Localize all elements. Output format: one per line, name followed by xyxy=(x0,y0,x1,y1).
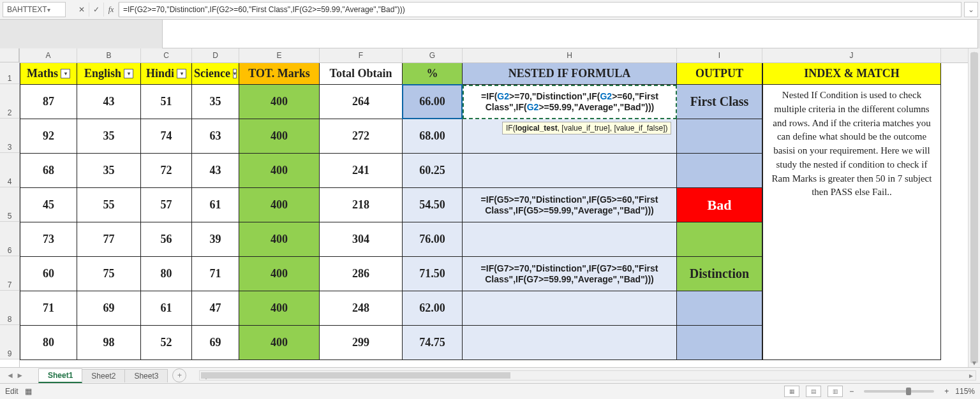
cell-G2[interactable]: 66.00 xyxy=(403,85,463,119)
vertical-scrollbar[interactable]: ▲ ▼ xyxy=(968,48,980,367)
cell-B5[interactable]: 55 xyxy=(77,188,141,222)
row-header-2[interactable]: 2 xyxy=(0,84,19,119)
page-break-view-button[interactable]: ▥ xyxy=(828,386,843,397)
confirm-edit-button[interactable]: ✓ xyxy=(89,3,104,17)
cell-B4[interactable]: 35 xyxy=(77,154,141,188)
cell-A8[interactable]: 71 xyxy=(20,291,77,326)
sheet-tab-3[interactable]: Sheet3 xyxy=(124,369,168,382)
expand-formula-bar-button[interactable]: ⌄ xyxy=(964,2,978,17)
cell-B8[interactable]: 69 xyxy=(77,291,141,326)
cell-E5[interactable]: 400 xyxy=(239,188,320,222)
col-header-C[interactable]: C xyxy=(141,48,192,62)
scrollbar-thumb[interactable] xyxy=(970,52,978,363)
col-header-J[interactable]: J xyxy=(762,48,941,62)
name-box[interactable]: BAHTTEXT ▾ xyxy=(3,2,66,17)
cell-B6[interactable]: 77 xyxy=(77,222,141,257)
col-header-G[interactable]: G xyxy=(403,48,463,62)
cell-A6[interactable]: 73 xyxy=(20,222,77,257)
filter-icon[interactable]: ▾ xyxy=(61,69,70,78)
add-sheet-button[interactable]: + xyxy=(172,368,186,382)
sheet-tab-1[interactable]: Sheet1 xyxy=(38,368,82,383)
cell-H6[interactable] xyxy=(463,222,677,257)
hdr-percent[interactable]: % xyxy=(403,63,463,85)
row-header-5[interactable]: 5 xyxy=(0,187,19,222)
formula-input[interactable]: =IF(G2>=70,"Distinction",IF(G2>=60,"Firs… xyxy=(119,2,961,17)
cell-G4[interactable]: 60.25 xyxy=(403,154,463,188)
hdr-output[interactable]: OUTPUT xyxy=(677,63,762,85)
cell-F2[interactable]: 264 xyxy=(320,85,403,119)
hdr-totmarks[interactable]: TOT. Marks xyxy=(239,63,320,85)
insert-function-button[interactable]: fx xyxy=(104,3,119,17)
cell-D2[interactable]: 35 xyxy=(192,85,239,119)
hdr-hindi[interactable]: Hindi▾ xyxy=(141,63,192,85)
cell-E6[interactable]: 400 xyxy=(239,222,320,257)
cell-A9[interactable]: 80 xyxy=(20,326,77,360)
col-header-B[interactable]: B xyxy=(77,48,141,62)
cell-C3[interactable]: 74 xyxy=(141,119,192,154)
cell-D9[interactable]: 69 xyxy=(192,326,239,360)
cell-E7[interactable]: 400 xyxy=(239,257,320,291)
cell-G8[interactable]: 62.00 xyxy=(403,291,463,326)
cancel-edit-button[interactable]: ✕ xyxy=(75,3,89,17)
row-header-3[interactable]: 3 xyxy=(0,119,19,153)
cell-G7[interactable]: 71.50 xyxy=(403,257,463,291)
zoom-slider-knob[interactable] xyxy=(906,388,911,395)
cell-I4[interactable] xyxy=(677,154,762,188)
cell-D3[interactable]: 63 xyxy=(192,119,239,154)
hdr-indexmatch[interactable]: INDEX & MATCH xyxy=(762,63,941,85)
col-header-I[interactable]: I xyxy=(677,48,762,62)
hdr-science[interactable]: Science▾ xyxy=(192,63,239,85)
scroll-right-icon[interactable]: ► xyxy=(967,372,976,379)
hdr-maths[interactable]: Maths▾ xyxy=(20,63,77,85)
scroll-down-icon[interactable]: ▼ xyxy=(969,358,980,367)
cell-E8[interactable]: 400 xyxy=(239,291,320,326)
row-header-6[interactable]: 6 xyxy=(0,222,19,256)
cell-C7[interactable]: 80 xyxy=(141,257,192,291)
col-header-D[interactable]: D xyxy=(192,48,239,62)
normal-view-button[interactable]: ▦ xyxy=(784,386,799,397)
cell-D8[interactable]: 47 xyxy=(192,291,239,326)
filter-icon[interactable]: ▾ xyxy=(124,69,133,78)
cell-F5[interactable]: 218 xyxy=(320,188,403,222)
cell-I5[interactable]: Bad xyxy=(677,188,762,222)
row-header-8[interactable]: 8 xyxy=(0,291,19,325)
cell-I7[interactable]: Distinction xyxy=(677,257,762,291)
cell-C4[interactable]: 72 xyxy=(141,154,192,188)
row-header-1[interactable]: 1 xyxy=(0,62,19,84)
macro-record-icon[interactable]: ▦ xyxy=(25,387,32,396)
filter-icon[interactable]: ▾ xyxy=(233,69,237,78)
cell-D6[interactable]: 39 xyxy=(192,222,239,257)
sheet-tab-2[interactable]: Sheet2 xyxy=(82,369,125,382)
row-header-7[interactable]: 7 xyxy=(0,256,19,291)
cell-C8[interactable]: 61 xyxy=(141,291,192,326)
select-all-corner[interactable] xyxy=(0,48,19,62)
cell-F4[interactable]: 241 xyxy=(320,154,403,188)
cell-H7[interactable]: =IF(G7>=70,"Distinction",IF(G7>=60,"Firs… xyxy=(463,257,677,291)
cell-B7[interactable]: 75 xyxy=(77,257,141,291)
cell-J-description[interactable]: Nested If Condition is used to check mul… xyxy=(762,85,941,360)
hscroll-thumb[interactable] xyxy=(201,372,510,379)
cell-G5[interactable]: 54.50 xyxy=(403,188,463,222)
filter-icon[interactable]: ▾ xyxy=(177,69,186,78)
hdr-nestedif[interactable]: NESTED IF FORMULA xyxy=(463,63,677,85)
zoom-level[interactable]: 115% xyxy=(955,387,975,396)
cell-D4[interactable]: 43 xyxy=(192,154,239,188)
cell-I8[interactable] xyxy=(677,291,762,326)
cell-D5[interactable]: 61 xyxy=(192,188,239,222)
cell-G6[interactable]: 76.00 xyxy=(403,222,463,257)
cell-C9[interactable]: 52 xyxy=(141,326,192,360)
cell-F9[interactable]: 299 xyxy=(320,326,403,360)
cell-A5[interactable]: 45 xyxy=(20,188,77,222)
cell-E4[interactable]: 400 xyxy=(239,154,320,188)
cell-H4[interactable] xyxy=(463,154,677,188)
cell-A2[interactable]: 87 xyxy=(20,85,77,119)
col-header-F[interactable]: F xyxy=(320,48,403,62)
cell-C5[interactable]: 57 xyxy=(141,188,192,222)
zoom-out-button[interactable]: − xyxy=(849,387,854,396)
cell-C6[interactable]: 56 xyxy=(141,222,192,257)
cell-I3[interactable] xyxy=(677,119,762,154)
zoom-slider[interactable] xyxy=(864,390,934,393)
zoom-in-button[interactable]: + xyxy=(944,387,949,396)
cell-F7[interactable]: 286 xyxy=(320,257,403,291)
cell-H2-editing[interactable]: =IF(G2>=70,"Distinction",IF(G2>=60,"Firs… xyxy=(463,85,677,119)
